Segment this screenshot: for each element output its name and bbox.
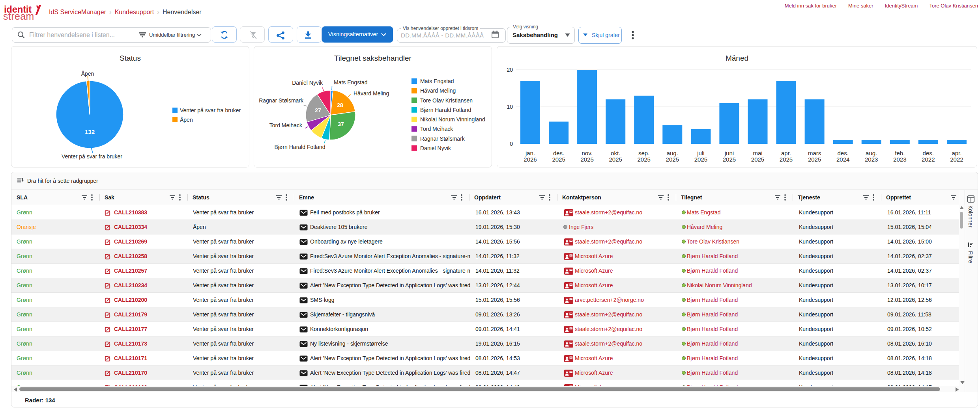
svg-text:2025: 2025 xyxy=(780,156,793,163)
svg-text:132: 132 xyxy=(85,128,95,135)
svg-text:Daniel Nyvik: Daniel Nyvik xyxy=(292,80,323,86)
svg-text:mai: mai xyxy=(753,150,762,156)
svg-text:des.: des. xyxy=(923,150,934,156)
svg-text:Venter på svar fra bruker: Venter på svar fra bruker xyxy=(62,153,122,160)
svg-text:nov.: nov. xyxy=(582,150,592,156)
svg-text:Håvard Meling: Håvard Meling xyxy=(353,90,389,97)
svg-text:okt.: okt. xyxy=(611,150,620,156)
svg-text:Venter på svar fra bruker: Venter på svar fra bruker xyxy=(180,107,241,113)
svg-text:2022: 2022 xyxy=(922,156,935,163)
svg-text:37: 37 xyxy=(338,121,344,127)
svg-text:2025: 2025 xyxy=(808,156,821,163)
svg-text:feb.: feb. xyxy=(895,150,905,156)
svg-text:aug.: aug. xyxy=(866,150,877,156)
svg-text:juni: juni xyxy=(724,150,734,156)
svg-text:sep.: sep. xyxy=(638,150,649,156)
svg-text:2025: 2025 xyxy=(638,156,651,163)
svg-text:Mats Engstad: Mats Engstad xyxy=(334,79,368,86)
svg-text:20: 20 xyxy=(507,67,513,73)
svg-text:28: 28 xyxy=(337,102,343,108)
svg-text:2022: 2022 xyxy=(950,156,963,163)
svg-text:2025: 2025 xyxy=(552,156,565,163)
svg-text:2023: 2023 xyxy=(893,156,906,163)
svg-text:27: 27 xyxy=(315,107,321,113)
svg-text:aug.: aug. xyxy=(667,150,678,156)
svg-text:2023: 2023 xyxy=(865,156,878,163)
svg-text:Tord Meihack: Tord Meihack xyxy=(269,122,303,128)
svg-text:Bjørn Harald Fotland: Bjørn Harald Fotland xyxy=(274,144,325,150)
svg-text:2025: 2025 xyxy=(580,156,593,163)
svg-text:mars: mars xyxy=(808,150,821,156)
svg-text:Åpen: Åpen xyxy=(81,71,94,77)
svg-text:10: 10 xyxy=(507,104,513,110)
svg-text:Daniel Nyvik: Daniel Nyvik xyxy=(420,145,451,151)
svg-text:Ragnar Stølsmark: Ragnar Stølsmark xyxy=(420,136,465,142)
svg-text:Nikolai Norum Vinningland: Nikolai Norum Vinningland xyxy=(420,116,485,123)
svg-text:2025: 2025 xyxy=(694,156,707,163)
svg-text:Mats Engstad: Mats Engstad xyxy=(420,78,454,84)
svg-text:juli: juli xyxy=(697,150,704,156)
svg-text:Tord Meihack: Tord Meihack xyxy=(420,126,453,132)
svg-text:Tore Olav Kristiansen: Tore Olav Kristiansen xyxy=(420,97,473,104)
svg-text:Bjørn Harald Fotland: Bjørn Harald Fotland xyxy=(420,107,471,113)
svg-text:2024: 2024 xyxy=(836,156,849,163)
svg-text:2025: 2025 xyxy=(666,156,679,163)
svg-text:apr.: apr. xyxy=(781,150,791,156)
svg-text:2025: 2025 xyxy=(723,156,736,163)
svg-text:0: 0 xyxy=(510,141,513,147)
svg-text:Håvard Meling: Håvard Meling xyxy=(420,87,456,94)
svg-text:des.: des. xyxy=(838,150,849,156)
svg-text:des.: des. xyxy=(553,150,564,156)
svg-text:2025: 2025 xyxy=(751,156,764,163)
svg-text:2026: 2026 xyxy=(524,156,537,163)
svg-text:apr.: apr. xyxy=(952,150,961,156)
svg-text:jan.: jan. xyxy=(525,150,535,156)
svg-text:Ragnar Stølsmark: Ragnar Stølsmark xyxy=(259,97,304,104)
svg-text:Åpen: Åpen xyxy=(180,117,193,123)
svg-text:2025: 2025 xyxy=(609,156,622,163)
